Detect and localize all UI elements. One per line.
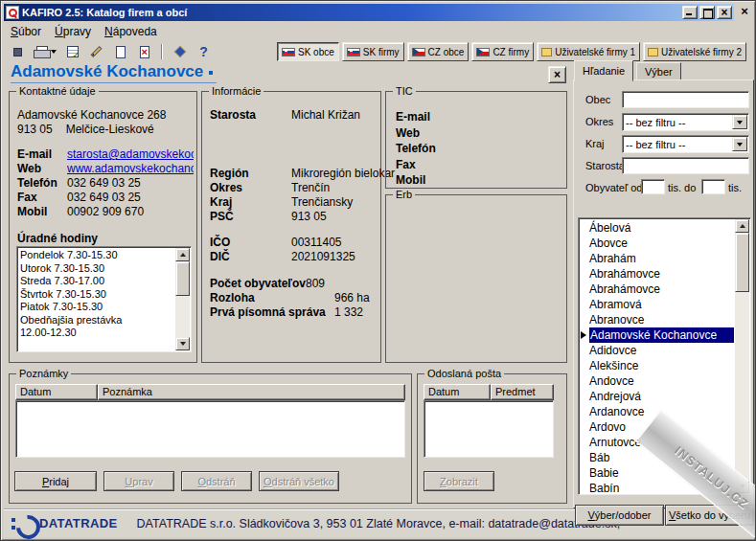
stop-icon <box>13 48 22 56</box>
list-item-label: Abrahámovce <box>589 282 734 297</box>
info-row: KrajTrenčiansky <box>210 195 377 210</box>
okres-dropdown-button[interactable] <box>732 115 747 129</box>
select-deselect-button[interactable]: Výber/odober <box>575 505 664 526</box>
tab-hladanie[interactable]: Hľadanie <box>574 60 633 81</box>
show-mail-button[interactable]: Zobrazit <box>424 471 494 491</box>
tab-sk-obce[interactable]: SK obce <box>277 42 339 61</box>
new-record-button[interactable] <box>109 42 131 61</box>
list-item[interactable]: Ábelová <box>580 220 734 236</box>
list-item-label: Andovce <box>589 373 734 389</box>
list-item[interactable]: Abrahámovce <box>580 266 734 282</box>
coat-of-arms-group: Erb <box>385 194 567 363</box>
tab-user-firmy-1[interactable]: Uživatelské firmy 1 <box>537 42 640 61</box>
info-group: Informácie StarostaMichal Križan RegiónM… <box>201 91 381 363</box>
button-label: Uprav <box>125 476 152 487</box>
list-item[interactable]: Andovce <box>580 373 734 389</box>
list-item[interactable]: Andrejová <box>580 389 734 404</box>
office-hours-listbox[interactable]: Pondelok 7.30-15.30 Utorok 7.30-15.30 St… <box>16 246 192 352</box>
info-row: Prvá písomná správa1 332 <box>210 305 377 320</box>
delete-note-button[interactable]: Odstráň <box>181 471 252 491</box>
record-close-button[interactable] <box>548 66 566 83</box>
column-header-datum[interactable]: Datum <box>15 384 98 400</box>
menu-subor[interactable]: Súbor <box>5 24 49 39</box>
dataset-tabbar: SK obce SK firmy CZ obce CZ firmy Uživat… <box>277 42 746 61</box>
close-button[interactable] <box>717 6 732 19</box>
field-value: Trenčiansky <box>291 195 353 210</box>
notes-table-header: Datum Poznámka <box>15 384 405 400</box>
field-value: 00311405 <box>291 236 342 250</box>
tab-vyber[interactable]: Výber <box>636 62 681 80</box>
print-button[interactable] <box>31 42 59 61</box>
scroll-down-button[interactable] <box>175 337 190 350</box>
pencil-icon <box>90 46 102 57</box>
delete-record-button[interactable] <box>133 42 155 61</box>
list-item-label: Abramová <box>589 297 734 312</box>
group-legend: Erb <box>393 189 415 201</box>
list-item[interactable]: Abramová <box>580 297 734 312</box>
select-button[interactable] <box>61 42 83 61</box>
tab-label: SK firmy <box>363 47 400 57</box>
outer-close-icon[interactable] <box>738 5 751 18</box>
okres-filter-select[interactable]: -- bez filtru -- <box>622 113 749 131</box>
tab-sk-firmy[interactable]: SK firmy <box>342 42 404 61</box>
info-row: StarostaMichal Križan <box>210 108 377 123</box>
package-icon <box>173 46 186 58</box>
add-note-button[interactable]: Pridaj <box>14 471 97 491</box>
package-button[interactable] <box>169 42 191 61</box>
mail-table-body[interactable] <box>424 400 554 458</box>
menu-upravy[interactable]: Úpravy <box>49 24 99 39</box>
list-item-selected[interactable]: Adamovské Kochanovce <box>580 327 734 343</box>
minimize-button[interactable] <box>682 6 698 19</box>
notes-table-body[interactable] <box>15 400 405 458</box>
obec-input[interactable] <box>622 91 749 108</box>
delete-all-notes-button[interactable]: Odstráň všetko <box>259 471 339 491</box>
delete-document-icon <box>140 46 149 58</box>
email-link[interactable]: starosta@adamovskekocha <box>67 147 194 162</box>
record-title: Adamovské Kochanovce <box>11 62 217 83</box>
list-scrollbar[interactable] <box>735 219 749 493</box>
column-header-poznamka[interactable]: Poznámka <box>98 384 405 400</box>
field-value: 966 ha <box>334 291 370 305</box>
list-item-label: Abranovce <box>589 312 734 327</box>
hours-scrollbar[interactable] <box>175 248 190 350</box>
list-item[interactable]: Adidovce <box>580 343 734 358</box>
edit-note-button[interactable]: Uprav <box>103 471 174 491</box>
info-block: RegiónMikroregión bielokar OkresTrenčín … <box>210 167 377 224</box>
tab-cz-firmy[interactable]: CZ firmy <box>471 42 534 61</box>
starosta-input[interactable] <box>622 157 749 174</box>
tab-user-firmy-2[interactable]: Uživatelské firmy 2 <box>643 42 746 61</box>
contact-row-mobil: Mobil00902 909 670 <box>17 205 194 219</box>
stop-button[interactable] <box>7 42 29 61</box>
list-item[interactable]: Abrahámovce <box>580 282 734 297</box>
tab-label: Hľadanie <box>583 65 625 77</box>
tab-cz-obce[interactable]: CZ obce <box>407 42 470 61</box>
kraj-dropdown-button[interactable] <box>732 137 747 151</box>
column-header-datum[interactable]: Datum <box>424 384 491 400</box>
list-item[interactable]: Abovce <box>580 236 734 251</box>
column-header-predmet[interactable]: Predmet <box>491 384 554 400</box>
list-item[interactable]: Abranovce <box>580 312 734 327</box>
menu-napoveda[interactable]: Nápoveda <box>99 24 165 39</box>
maximize-button[interactable] <box>699 6 715 19</box>
list-item[interactable]: Abrahám <box>580 251 734 266</box>
scroll-up-button[interactable] <box>175 248 190 261</box>
scroll-up-button[interactable] <box>735 219 749 233</box>
list-item[interactable]: Alekšince <box>580 358 734 373</box>
population-from-input[interactable] <box>641 179 665 194</box>
scroll-thumb[interactable] <box>735 233 749 292</box>
field-value: 00902 909 670 <box>67 205 144 219</box>
kraj-filter-select[interactable]: -- bez filtru -- <box>622 135 749 153</box>
field-label: Región <box>210 167 291 181</box>
edit-button[interactable] <box>85 42 107 61</box>
list-item-label: Abrahámovce <box>589 266 734 282</box>
field-label: PSČ <box>210 210 291 224</box>
obec-label: Obec <box>585 94 610 105</box>
list-item-label: Andrejová <box>589 389 734 404</box>
field-label: Mobil <box>17 205 67 219</box>
title-bar[interactable]: KAFIRO 2.5: Katalog firem a obcí <box>4 4 734 21</box>
population-to-input[interactable] <box>701 179 725 194</box>
help-button[interactable] <box>193 42 215 61</box>
scroll-thumb[interactable] <box>175 261 190 296</box>
sent-mail-group: Odoslaná pošta Datum Predmet Zobrazit <box>417 373 567 504</box>
web-link[interactable]: www.adamovskekochanovc <box>67 162 194 176</box>
